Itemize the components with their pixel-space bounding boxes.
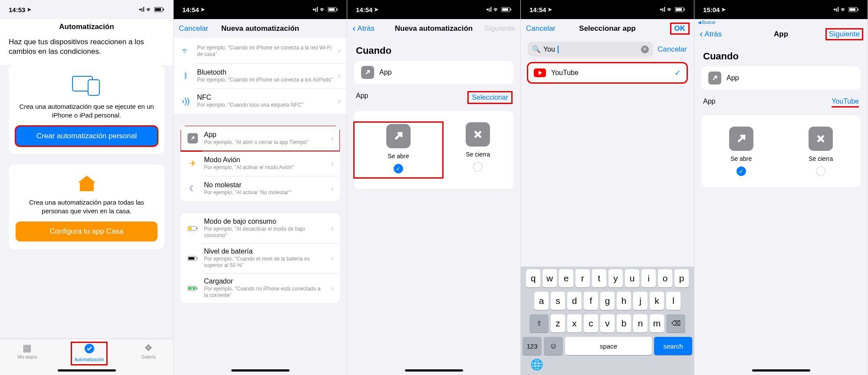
key-i[interactable]: i bbox=[641, 269, 656, 287]
card-text: Crea una automatización que se ejecute e… bbox=[16, 102, 158, 120]
numbers-key[interactable]: 123 bbox=[523, 337, 542, 355]
trigger-nfc[interactable]: ›))NFCPor ejemplo, "Cuando toco una etiq… bbox=[174, 88, 347, 114]
app-selected-row[interactable]: App YouTube bbox=[694, 90, 868, 115]
open-icon bbox=[729, 127, 753, 151]
search-icon: 🔍 bbox=[532, 45, 541, 53]
svg-rect-10 bbox=[188, 227, 192, 230]
key-b[interactable]: b bbox=[617, 314, 631, 333]
svg-rect-11 bbox=[197, 228, 197, 229]
radio-unchecked[interactable] bbox=[816, 166, 825, 176]
configure-home-button[interactable]: Configura tu app Casa bbox=[16, 222, 158, 241]
home-indicator bbox=[752, 369, 810, 372]
key-q[interactable]: q bbox=[526, 269, 540, 287]
search-result-youtube[interactable]: YouTube ✓ bbox=[528, 63, 687, 83]
key-k[interactable]: k bbox=[650, 292, 664, 310]
app-icon bbox=[187, 133, 199, 143]
radio-unchecked[interactable] bbox=[473, 162, 483, 172]
option-closes[interactable]: Se cierra bbox=[443, 122, 514, 178]
battery-icon bbox=[187, 256, 199, 261]
clear-icon[interactable]: ✕ bbox=[641, 46, 649, 53]
ok-button[interactable]: OK bbox=[671, 23, 689, 34]
option-opens[interactable]: Se abre ✓ bbox=[701, 127, 781, 176]
key-p[interactable]: p bbox=[674, 269, 689, 287]
key-f[interactable]: f bbox=[584, 292, 598, 310]
trigger-battery[interactable]: Nivel de bateríaPor ejemplo, "Cuando el … bbox=[181, 243, 340, 273]
cancel-button[interactable]: Cancelar bbox=[526, 24, 565, 33]
svg-rect-7 bbox=[329, 8, 335, 11]
charger-icon bbox=[187, 286, 199, 291]
nav-title: Nueva automatización bbox=[391, 24, 476, 33]
nav-title: Nueva automatización bbox=[218, 24, 302, 33]
svg-rect-8 bbox=[337, 9, 338, 10]
open-close-options: Se abre ✓ Se cierra bbox=[701, 115, 861, 187]
key-m[interactable]: m bbox=[650, 314, 664, 333]
key-j[interactable]: j bbox=[633, 292, 648, 310]
tab-shortcuts[interactable]: ▦Mis atajos bbox=[17, 342, 37, 359]
page-subtitle: Haz que tus dispositivos reaccionen a lo… bbox=[0, 33, 173, 65]
key-x[interactable]: x bbox=[567, 314, 582, 333]
trigger-low-power[interactable]: Modo de bajo consumoPor ejemplo, "Al des… bbox=[181, 213, 340, 243]
trigger-airplane[interactable]: ✈Modo AviónPor ejemplo, "Al activar el m… bbox=[181, 151, 340, 176]
key-l[interactable]: l bbox=[666, 292, 681, 310]
key-n[interactable]: n bbox=[633, 314, 648, 333]
key-v[interactable]: v bbox=[600, 314, 615, 333]
key-r[interactable]: r bbox=[575, 269, 590, 287]
trigger-dnd[interactable]: ☾No molestarPor ejemplo, "Al activar 'No… bbox=[181, 176, 340, 201]
svg-rect-17 bbox=[197, 287, 197, 289]
bluetooth-icon: ᛒ bbox=[180, 72, 192, 81]
key-d[interactable]: d bbox=[567, 292, 582, 310]
key-z[interactable]: z bbox=[551, 314, 565, 333]
tab-gallery[interactable]: ❖Galería bbox=[141, 342, 156, 359]
back-button[interactable]: ‹Atrás bbox=[352, 23, 391, 34]
key-c[interactable]: c bbox=[584, 314, 598, 333]
selected-app-value: YouTube bbox=[832, 98, 859, 108]
option-closes[interactable]: Se cierra bbox=[781, 127, 861, 176]
app-select-row: App Seleccionar bbox=[347, 84, 520, 111]
svg-rect-2 bbox=[163, 9, 164, 10]
svg-rect-26 bbox=[858, 9, 858, 10]
key-e[interactable]: e bbox=[559, 269, 573, 287]
key-u[interactable]: u bbox=[625, 269, 639, 287]
youtube-icon bbox=[534, 68, 546, 77]
cancel-search-button[interactable]: Cancelar bbox=[658, 45, 687, 54]
key-y[interactable]: y bbox=[608, 269, 623, 287]
tab-automation[interactable]: Automatización bbox=[72, 342, 106, 365]
space-key[interactable]: space bbox=[565, 337, 652, 355]
status-time: 14:53➤ bbox=[9, 6, 31, 13]
key-a[interactable]: a bbox=[534, 292, 549, 310]
home-indicator bbox=[405, 369, 463, 372]
trigger-bluetooth[interactable]: ᛒBluetoothPor ejemplo, "Cuando mi iPhone… bbox=[174, 63, 347, 88]
svg-rect-13 bbox=[188, 257, 194, 260]
key-h[interactable]: h bbox=[617, 292, 631, 310]
close-icon bbox=[466, 122, 490, 147]
radio-checked[interactable]: ✓ bbox=[736, 166, 746, 176]
option-opens[interactable]: Se abre ✓ bbox=[354, 122, 443, 178]
back-to-search[interactable]: ◀ Buscar bbox=[694, 19, 868, 25]
key-o[interactable]: o bbox=[658, 269, 672, 287]
select-app-button[interactable]: Seleccionar bbox=[468, 92, 512, 103]
nav-title: App bbox=[739, 30, 823, 39]
key-t[interactable]: t bbox=[592, 269, 606, 287]
nav-title: Seleccionar app bbox=[565, 24, 650, 33]
search-key[interactable]: search bbox=[654, 337, 692, 355]
trigger-wifi[interactable]: ᯤPor ejemplo, "Cuando mi iPhone se conec… bbox=[174, 38, 347, 63]
radio-checked[interactable]: ✓ bbox=[394, 164, 403, 173]
create-personal-automation-button[interactable]: Crear automatización personal bbox=[16, 126, 158, 146]
page-title: Automatización bbox=[0, 19, 173, 33]
svg-rect-20 bbox=[510, 9, 511, 10]
trigger-app[interactable]: AppPor ejemplo, "Al abrir o cerrar la ap… bbox=[181, 126, 340, 151]
shift-key[interactable]: ⇧ bbox=[529, 314, 549, 333]
back-button[interactable]: ‹Atrás bbox=[700, 29, 739, 40]
search-input[interactable]: 🔍 You ✕ bbox=[528, 42, 653, 57]
status-bar: 14:53➤ •ıl ᯤ bbox=[0, 0, 173, 19]
status-bar: 14:54➤ •ıl ᯤ bbox=[174, 0, 347, 19]
key-s[interactable]: s bbox=[551, 292, 565, 310]
delete-key[interactable]: ⌫ bbox=[666, 314, 685, 333]
globe-key[interactable]: 🌐 bbox=[530, 359, 543, 371]
key-w[interactable]: w bbox=[542, 269, 557, 287]
trigger-charger[interactable]: CargadorPor ejemplo, "Cuando mi iPhone e… bbox=[181, 273, 340, 303]
emoji-key[interactable]: ☺ bbox=[544, 337, 563, 355]
next-button[interactable]: Siguiente bbox=[826, 29, 862, 39]
key-g[interactable]: g bbox=[600, 292, 615, 310]
cancel-button[interactable]: Cancelar bbox=[179, 24, 218, 33]
